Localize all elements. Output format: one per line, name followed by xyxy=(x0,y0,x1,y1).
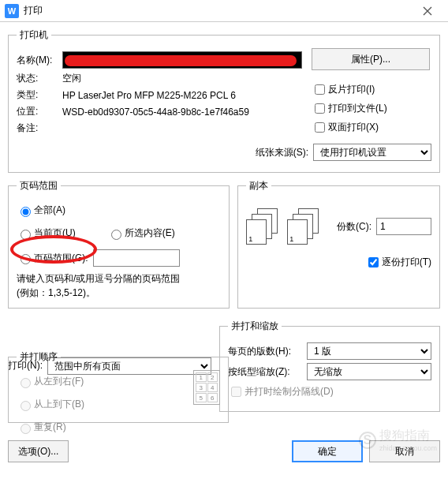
app-icon: W xyxy=(5,4,19,18)
page-range-legend: 页码范围 xyxy=(17,179,61,193)
type-value: HP LaserJet Pro MFP M225-M226 PCL 6 xyxy=(62,90,236,101)
order-repeat-label: 重复(R) xyxy=(34,421,66,434)
type-label: 类型: xyxy=(17,88,62,102)
perpage-label: 每页的版数(H): xyxy=(228,345,307,358)
duplex-label: 双面打印(X) xyxy=(328,121,379,134)
range-all-radio[interactable] xyxy=(21,207,31,217)
properties-button[interactable]: 属性(P)... xyxy=(312,48,430,70)
cancel-button[interactable]: 取消 xyxy=(369,440,440,462)
location-value: WSD-eb0d9307-05c5-44a8-9b8c-1e7f46a59 xyxy=(62,107,249,118)
scale-select[interactable]: 无缩放 xyxy=(307,363,431,380)
printer-group: 打印机 名称(M): 状态: 空闲 类型: HP LaserJet Pro MF… xyxy=(8,28,440,173)
collate-checkbox[interactable] xyxy=(368,257,379,267)
status-value: 空闲 xyxy=(62,72,81,85)
separator-checkbox xyxy=(231,387,241,397)
comment-label: 备注: xyxy=(17,122,62,135)
order-legend: 并打顺序 xyxy=(17,350,61,364)
range-help-2: (例如：1,3,5-12)。 xyxy=(17,286,221,300)
range-selection-radio[interactable] xyxy=(111,230,121,240)
scale-group: 并打和缩放 每页的版数(H): 1 版 按纸型缩放(Z): 无缩放 并打时绘制分… xyxy=(219,320,440,412)
range-selection-label: 所选内容(E) xyxy=(125,226,175,240)
order-tb-label: 从上到下(B) xyxy=(34,398,84,411)
copies-count-input[interactable] xyxy=(376,218,431,235)
copies-count-label: 份数(C): xyxy=(337,220,371,234)
duplex-checkbox[interactable] xyxy=(315,122,325,133)
close-icon xyxy=(423,6,432,16)
printer-legend: 打印机 xyxy=(17,28,51,42)
order-group: 并打顺序 从左到右(F) 从上到下(B) 重复(R) 123456 xyxy=(8,350,229,423)
order-tb-radio xyxy=(21,401,31,411)
copies-group: 副本 3 2 1 3 2 1 份数(C): xyxy=(237,179,440,309)
close-button[interactable] xyxy=(412,0,443,22)
range-current-label: 当前页(U) xyxy=(34,226,76,240)
order-lr-radio xyxy=(21,378,31,388)
range-pages-input[interactable] xyxy=(93,249,180,267)
mirror-label: 反片打印(I) xyxy=(328,83,375,96)
tofile-label: 打印到文件(L) xyxy=(328,102,387,115)
separator-label: 并打时绘制分隔线(D) xyxy=(245,385,334,398)
order-repeat-radio xyxy=(21,424,31,434)
paper-source-label: 纸张来源(S): xyxy=(256,146,308,159)
range-help-1: 请键入页码和/或用逗号分隔的页码范围 xyxy=(17,271,221,286)
page-range-group: 页码范围 全部(A) 当前页(U) 所选内容(E) 页码范围(G): 请键入页码… xyxy=(8,179,230,309)
copies-legend: 副本 xyxy=(246,179,271,193)
options-button[interactable]: 选项(O)... xyxy=(8,440,69,462)
range-pages-label: 页码范围(G): xyxy=(34,252,88,265)
printer-name-dropdown[interactable] xyxy=(62,51,302,69)
location-label: 位置: xyxy=(17,105,62,118)
window-title: 打印 xyxy=(24,4,412,17)
scale-legend: 并打和缩放 xyxy=(228,320,282,333)
status-label: 状态: xyxy=(17,72,62,85)
order-preview-icon: 123456 xyxy=(193,370,220,405)
name-label: 名称(M): xyxy=(17,54,62,67)
scale-label: 按纸型缩放(Z): xyxy=(228,365,307,379)
redaction-mark xyxy=(65,55,297,66)
order-lr-label: 从左到右(F) xyxy=(34,375,84,388)
perpage-select[interactable]: 1 版 xyxy=(307,342,431,360)
ok-button[interactable]: 确定 xyxy=(292,440,363,462)
mirror-checkbox[interactable] xyxy=(315,84,325,95)
collate-label: 逐份打印(T) xyxy=(382,256,431,269)
tofile-checkbox[interactable] xyxy=(315,103,325,114)
range-pages-radio[interactable] xyxy=(21,254,31,264)
range-all-label: 全部(A) xyxy=(34,204,65,217)
collate-icon: 3 2 1 3 2 1 xyxy=(246,208,320,243)
range-current-radio[interactable] xyxy=(21,230,31,240)
paper-source-select[interactable]: 使用打印机设置 xyxy=(313,144,431,161)
